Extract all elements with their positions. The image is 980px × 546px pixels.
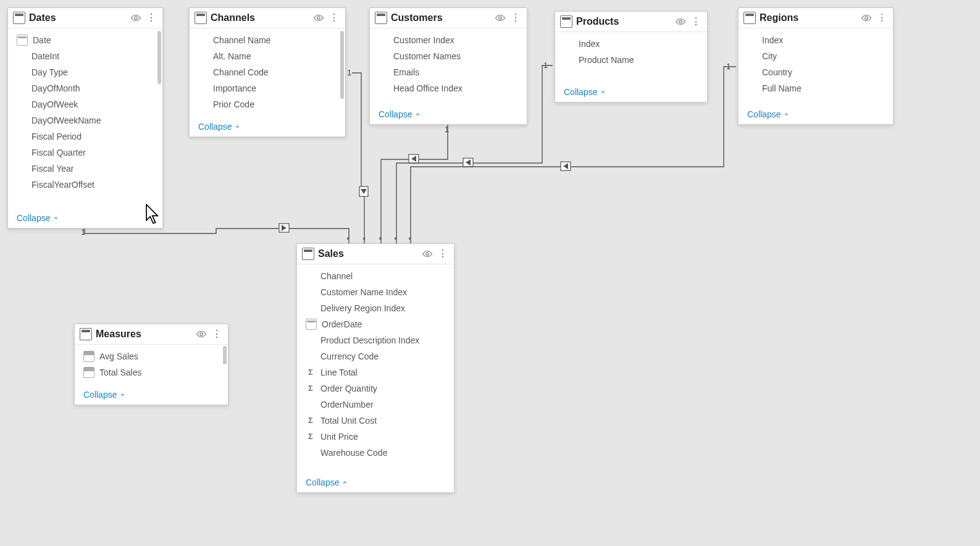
- field-row[interactable]: Warehouse Code: [297, 445, 454, 461]
- field-label: OrderNumber: [320, 398, 374, 411]
- field-row[interactable]: Channel: [297, 268, 454, 284]
- table-card-channels[interactable]: Channels ⋮ Channel NameAlt. NameChannel …: [189, 7, 346, 137]
- blank-icon: [306, 400, 316, 410]
- field-row[interactable]: Delivery Region Index: [297, 300, 454, 316]
- field-row[interactable]: Fiscal Quarter: [8, 145, 162, 161]
- field-row[interactable]: FiscalYearOffset: [8, 177, 162, 193]
- visibility-toggle-icon[interactable]: [422, 250, 433, 258]
- field-row[interactable]: Total Sales: [75, 364, 228, 380]
- blank-icon: [379, 35, 388, 45]
- field-row[interactable]: Country: [739, 64, 893, 80]
- field-row[interactable]: Prior Code: [190, 96, 345, 112]
- visibility-toggle-icon[interactable]: [130, 14, 141, 22]
- collapse-link[interactable]: Collapse: [297, 475, 454, 492]
- scrollbar-thumb[interactable]: [223, 346, 227, 364]
- field-row[interactable]: DayOfMonth: [8, 80, 162, 96]
- collapse-link[interactable]: Collapse: [75, 387, 228, 405]
- table-card-customers[interactable]: Customers ⋮ Customer IndexCustomer Names…: [369, 7, 527, 125]
- field-label: Warehouse Code: [320, 446, 387, 460]
- field-row[interactable]: Fiscal Year: [8, 161, 162, 177]
- more-options-icon[interactable]: ⋮: [690, 17, 702, 27]
- collapse-label: Collapse: [564, 87, 597, 97]
- more-options-icon[interactable]: ⋮: [211, 329, 223, 339]
- field-list: IndexCityCountryFull Name: [739, 28, 893, 107]
- table-card-regions[interactable]: Regions ⋮ IndexCityCountryFull Name Coll…: [738, 7, 894, 125]
- svg-text:1: 1: [347, 68, 351, 77]
- card-header: Products ⋮: [555, 12, 707, 32]
- rel-channels-sales: 1 *: [347, 68, 368, 245]
- field-row[interactable]: Channel Code: [190, 64, 345, 80]
- field-row[interactable]: Product Description Index: [297, 332, 454, 348]
- visibility-toggle-icon[interactable]: [495, 14, 506, 22]
- table-card-products[interactable]: Products ⋮ IndexProduct Name Collapse: [555, 11, 708, 103]
- visibility-toggle-icon[interactable]: [196, 330, 207, 338]
- field-row[interactable]: Customer Name Index: [297, 284, 454, 300]
- sigma-icon: [306, 384, 316, 393]
- field-row[interactable]: Line Total: [297, 364, 454, 380]
- blank-icon: [747, 83, 757, 93]
- field-row[interactable]: Day Type: [8, 64, 162, 80]
- scrollbar-thumb[interactable]: [157, 31, 161, 84]
- field-label: Channel Code: [213, 65, 269, 79]
- blank-icon: [306, 287, 316, 297]
- field-row[interactable]: Date: [8, 32, 162, 48]
- field-row[interactable]: Emails: [370, 64, 527, 80]
- blank-icon: [17, 99, 27, 109]
- more-options-icon[interactable]: ⋮: [509, 13, 522, 23]
- field-row[interactable]: City: [739, 48, 893, 64]
- field-row[interactable]: Channel Name: [190, 32, 345, 48]
- collapse-link[interactable]: Collapse: [370, 107, 527, 124]
- field-row[interactable]: Order Quantity: [297, 380, 454, 397]
- field-row[interactable]: Product Name: [555, 52, 707, 68]
- field-row[interactable]: Unit Price: [297, 429, 454, 445]
- field-list: Customer IndexCustomer NamesEmailsHead O…: [370, 28, 527, 107]
- field-row[interactable]: Total Unit Cost: [297, 413, 454, 429]
- chevron-up-icon: [600, 87, 606, 97]
- table-card-dates[interactable]: Dates ⋮ DateDateIntDay TypeDayOfMonthDay…: [7, 7, 163, 229]
- field-row[interactable]: Customer Names: [370, 48, 527, 64]
- table-card-measures[interactable]: Measures ⋮ Avg SalesTotal Sales Collapse: [74, 324, 228, 405]
- table-icon: [560, 15, 572, 28]
- more-options-icon[interactable]: ⋮: [145, 13, 157, 23]
- field-row[interactable]: Index: [739, 32, 893, 48]
- visibility-toggle-icon[interactable]: [861, 14, 872, 22]
- svg-rect-10: [409, 154, 419, 163]
- field-label: Total Sales: [99, 366, 141, 379]
- field-row[interactable]: Customer Index: [370, 32, 527, 48]
- field-row[interactable]: Currency Code: [297, 348, 454, 364]
- sigma-icon: [306, 368, 316, 377]
- blank-icon: [564, 39, 574, 49]
- field-label: Channel: [320, 269, 353, 283]
- more-options-icon[interactable]: ⋮: [437, 249, 449, 259]
- chevron-up-icon: [234, 122, 241, 132]
- field-row[interactable]: OrderNumber: [297, 397, 454, 413]
- scrollbar-thumb[interactable]: [340, 31, 344, 99]
- collapse-link[interactable]: Collapse: [739, 107, 893, 124]
- field-row[interactable]: Index: [555, 36, 707, 52]
- field-row[interactable]: Head Office Index: [370, 80, 527, 96]
- field-row[interactable]: DayOfWeekName: [8, 112, 162, 128]
- field-row[interactable]: Fiscal Period: [8, 128, 162, 145]
- visibility-toggle-icon[interactable]: [675, 17, 686, 26]
- field-row[interactable]: Alt. Name: [190, 48, 345, 64]
- field-row[interactable]: DayOfWeek: [8, 96, 162, 112]
- model-canvas[interactable]: 1 * 1 * 1 * 1 * 1 * Dates: [0, 0, 980, 546]
- field-row[interactable]: Avg Sales: [75, 348, 228, 364]
- more-options-icon[interactable]: ⋮: [328, 13, 340, 23]
- field-row[interactable]: Full Name: [739, 80, 893, 96]
- field-row[interactable]: Importance: [190, 80, 345, 96]
- visibility-toggle-icon[interactable]: [313, 14, 324, 22]
- collapse-link[interactable]: Collapse: [8, 211, 162, 228]
- field-label: Full Name: [762, 82, 802, 95]
- field-label: DateInt: [31, 49, 59, 63]
- collapse-link[interactable]: Collapse: [190, 119, 345, 136]
- field-row[interactable]: OrderDate: [297, 316, 454, 332]
- blank-icon: [306, 351, 316, 361]
- chevron-up-icon: [341, 477, 348, 487]
- field-row[interactable]: DateInt: [8, 48, 162, 64]
- svg-text:1: 1: [726, 62, 731, 71]
- collapse-link[interactable]: Collapse: [555, 85, 707, 102]
- field-label: Alt. Name: [213, 49, 251, 63]
- more-options-icon[interactable]: ⋮: [876, 13, 888, 23]
- table-card-sales[interactable]: Sales ⋮ ChannelCustomer Name IndexDelive…: [296, 243, 454, 493]
